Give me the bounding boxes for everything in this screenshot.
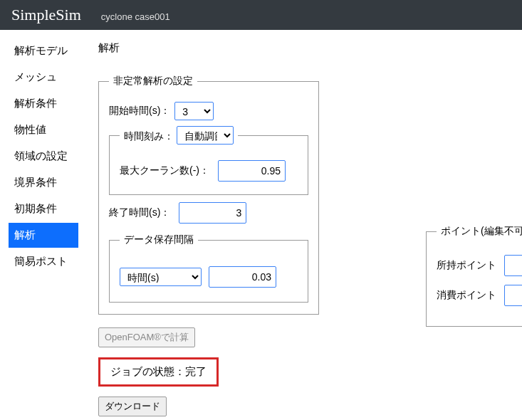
sidebar-item-analysis[interactable]: 解析 xyxy=(9,223,78,248)
sidebar-item-boundary[interactable]: 境界条件 xyxy=(9,170,78,195)
end-time-input[interactable] xyxy=(179,202,246,224)
datasave-unit-select[interactable]: 時間(s) xyxy=(120,268,202,286)
end-time-label: 終了時間(s)： xyxy=(109,206,170,219)
timestep-legend: 時間刻み： 自動調節 xyxy=(120,126,238,145)
sidebar-item-mesh[interactable]: メッシュ xyxy=(9,65,78,90)
start-time-label: 開始時間(s)： xyxy=(109,105,170,117)
header-bar: SimpleSim cyclone case001 xyxy=(0,0,522,30)
sidebar-item-post[interactable]: 簡易ポスト xyxy=(9,249,78,274)
job-status-box: ジョブの状態：完了 xyxy=(98,357,219,387)
sidebar-item-conditions[interactable]: 解析条件 xyxy=(9,91,78,116)
main-panel: 解析 非定常解析の設定 開始時間(s)： 3 時間刻み： 自動調節 最大クーラン… xyxy=(78,30,522,416)
points-legend: ポイント(編集不可) xyxy=(437,225,522,238)
page-title: 解析 xyxy=(98,41,522,55)
transient-settings: 非定常解析の設定 開始時間(s)： 3 時間刻み： 自動調節 最大クーラン数(-… xyxy=(98,75,319,315)
sidebar-item-initial[interactable]: 初期条件 xyxy=(9,196,78,221)
timestep-mode-select[interactable]: 自動調節 xyxy=(177,126,234,145)
timestep-settings: 時間刻み： 自動調節 最大クーラン数(-)： xyxy=(109,126,308,195)
sidebar-item-properties[interactable]: 物性値 xyxy=(9,117,78,142)
job-status-text: ジョブの状態：完了 xyxy=(110,365,207,377)
datasave-settings: データ保存間隔 時間(s) xyxy=(109,233,308,303)
sidebar-item-region[interactable]: 領域の設定 xyxy=(9,144,78,169)
datasave-value-input[interactable] xyxy=(209,266,276,288)
app-brand: SimpleSim xyxy=(11,6,81,24)
sidebar-item-model[interactable]: 解析モデル xyxy=(9,38,78,63)
courant-input[interactable] xyxy=(218,160,286,182)
sidebar-nav: 解析モデル メッシュ 解析条件 物性値 領域の設定 境界条件 初期条件 解析 簡… xyxy=(0,30,78,416)
courant-label: 最大クーラン数(-)： xyxy=(120,164,209,177)
datasave-legend: データ保存間隔 xyxy=(120,233,198,246)
owned-points-field xyxy=(504,255,522,276)
cost-points-label: 消費ポイント xyxy=(437,289,496,302)
case-name: cyclone case001 xyxy=(101,11,170,22)
cost-points-field xyxy=(504,285,522,306)
calculate-button: OpenFOAM®で計算 xyxy=(98,327,195,347)
download-button[interactable]: ダウンロード xyxy=(98,397,167,416)
owned-points-label: 所持ポイント xyxy=(437,259,496,272)
points-box: ポイント(編集不可) 所持ポイント 消費ポイント xyxy=(426,225,522,327)
start-time-select[interactable]: 3 xyxy=(174,102,214,120)
transient-legend: 非定常解析の設定 xyxy=(109,75,197,88)
